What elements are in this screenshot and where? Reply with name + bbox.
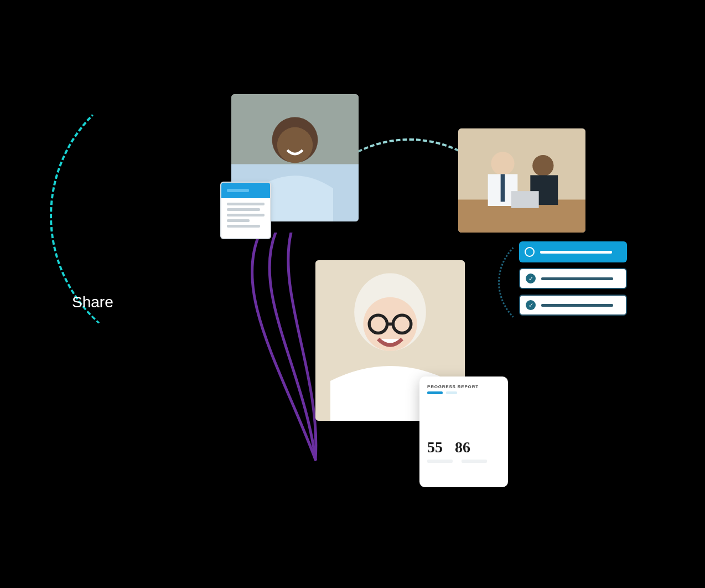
document-card	[220, 182, 271, 239]
report-title: PROGRESS REPORT	[427, 384, 500, 389]
check-icon: ✓	[526, 274, 536, 283]
task-item-active	[519, 241, 627, 262]
document-icon	[221, 183, 270, 198]
check-icon: ✓	[526, 300, 536, 310]
svg-point-3	[277, 127, 313, 163]
task-item-done: ✓	[519, 295, 627, 316]
report-footer	[427, 460, 500, 463]
report-value-left: 55	[427, 439, 443, 456]
report-values: 55 86	[427, 439, 500, 456]
svg-rect-11	[511, 191, 539, 208]
svg-rect-8	[501, 174, 505, 202]
radio-icon	[525, 247, 535, 257]
progress-report-card: PROGRESS REPORT 55 86	[419, 376, 508, 487]
photo-team	[458, 128, 585, 233]
svg-point-6	[491, 152, 514, 175]
share-label: Share	[72, 293, 113, 311]
task-list: ✓ ✓	[519, 241, 627, 316]
task-item-done: ✓	[519, 268, 627, 289]
svg-point-9	[532, 155, 553, 176]
report-bar-chart	[427, 400, 500, 434]
report-value-right: 86	[455, 439, 470, 456]
report-legend	[427, 391, 500, 394]
